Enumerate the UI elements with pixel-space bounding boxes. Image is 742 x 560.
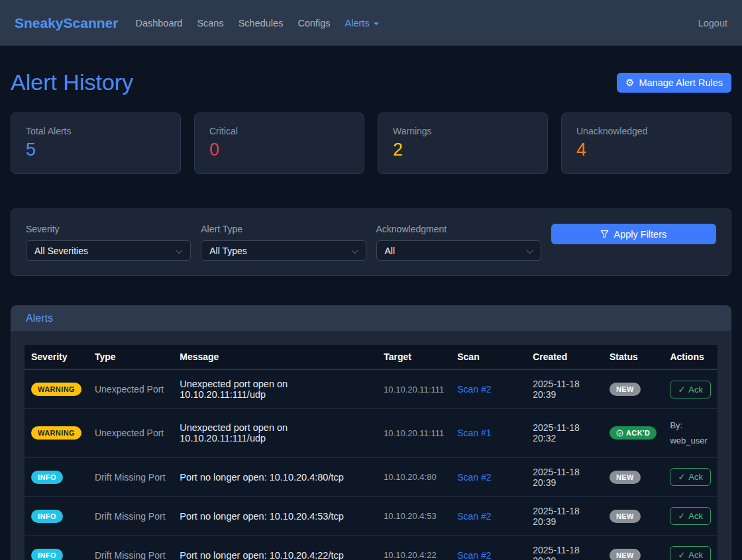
stat-cards: Total Alerts 5 Critical 0 Warnings 2 Una… <box>11 113 731 174</box>
navbar: SneakyScanner Dashboard Scans Schedules … <box>0 0 742 46</box>
ack-button[interactable]: ✓Ack <box>670 546 711 560</box>
alerts-table: Severity Type Message Target Scan Create… <box>25 345 717 560</box>
chevron-down-icon <box>176 248 183 254</box>
status-badge: NEW <box>610 549 641 560</box>
stat-value: 0 <box>209 140 349 160</box>
nav-links: Dashboard Scans Schedules Configs Alerts <box>135 18 698 28</box>
acknowledged-by: By: web_user <box>663 409 717 458</box>
stat-label: Total Alerts <box>26 126 166 136</box>
brand[interactable]: SneakyScanner <box>15 15 118 31</box>
check-icon: ✓ <box>678 550 685 560</box>
alert-message: Unexpected port open on 10.10.20.11:111/… <box>173 369 377 409</box>
alert-created: 2025-11-18 20:32 <box>526 409 603 458</box>
filter-group-alert-type: Alert Type All Types <box>201 224 366 261</box>
check-circle-icon <box>616 430 623 437</box>
nav-item-alerts[interactable]: Alerts <box>345 18 379 28</box>
severity-select[interactable]: All Severities <box>26 240 191 261</box>
stat-label: Warnings <box>393 126 533 136</box>
stat-value: 5 <box>26 140 166 160</box>
column-header-status: Status <box>603 345 663 369</box>
nav-item-schedules[interactable]: Schedules <box>238 18 284 28</box>
check-icon: ✓ <box>678 385 685 395</box>
check-icon: ✓ <box>678 511 685 521</box>
stat-label: Unacknowledged <box>576 126 716 136</box>
ack-button[interactable]: ✓Ack <box>670 468 711 486</box>
stat-label: Critical <box>209 126 349 136</box>
alert-created: 2025-11-18 20:39 <box>526 369 603 409</box>
alert-created: 2025-11-18 20:39 <box>526 496 603 536</box>
alert-type-filter-label: Alert Type <box>201 224 366 234</box>
chevron-down-icon <box>351 248 358 254</box>
logout-link[interactable]: Logout <box>698 18 727 28</box>
stat-card-warnings: Warnings 2 <box>378 113 548 174</box>
alert-message: Port no longer open: 10.10.20.4:22/tcp <box>173 536 377 560</box>
alerts-card-title: Alerts <box>26 312 53 324</box>
alerts-card-body: Severity Type Message Target Scan Create… <box>11 332 731 560</box>
stat-card-total-alerts: Total Alerts 5 <box>11 113 181 174</box>
alert-message: Unexpected port open on 10.10.20.11:111/… <box>173 409 377 458</box>
scan-link[interactable]: Scan #1 <box>457 428 491 438</box>
table-row: WARNING Unexpected Port Unexpected port … <box>25 409 717 458</box>
ack-button[interactable]: ✓Ack <box>670 381 711 398</box>
alert-type: Unexpected Port <box>88 409 173 458</box>
table-row: INFO Drift Missing Port Port no longer o… <box>25 496 717 536</box>
severity-filter-label: Severity <box>26 224 191 234</box>
severity-badge: INFO <box>31 549 63 560</box>
status-badge: NEW <box>610 383 641 396</box>
funnel-icon <box>600 230 609 238</box>
filter-panel: Severity All Severities Alert Type All T… <box>11 209 731 276</box>
nav-item-dashboard[interactable]: Dashboard <box>135 18 182 28</box>
severity-badge: WARNING <box>31 383 81 396</box>
apply-filters-button[interactable]: Apply Filters <box>551 224 716 244</box>
alert-created: 2025-11-18 20:39 <box>526 457 603 496</box>
filter-group-acknowledgment: Acknowledgment All <box>376 224 541 261</box>
stat-card-unacknowledged: Unacknowledged 4 <box>561 113 731 174</box>
alert-type-select[interactable]: All Types <box>201 240 366 261</box>
alert-type: Drift Missing Port <box>88 536 173 560</box>
page-title: Alert History <box>11 70 133 95</box>
column-header-message: Message <box>173 345 377 369</box>
column-header-scan: Scan <box>450 345 526 369</box>
column-header-type: Type <box>88 345 173 369</box>
table-row: WARNING Unexpected Port Unexpected port … <box>25 369 717 409</box>
acknowledgment-select[interactable]: All <box>376 240 541 261</box>
manage-alert-rules-button[interactable]: ⚙ Manage Alert Rules <box>617 73 731 93</box>
alert-target: 10.10.20.11:111 <box>377 409 450 458</box>
column-header-actions: Actions <box>663 345 717 369</box>
alert-message: Port no longer open: 10.10.20.4:80/tcp <box>173 457 377 496</box>
nav-item-scans[interactable]: Scans <box>197 18 223 28</box>
alert-target: 10.10.20.4:22 <box>377 536 450 560</box>
alert-created: 2025-11-18 20:39 <box>526 536 603 560</box>
table-header-row: Severity Type Message Target Scan Create… <box>25 345 717 369</box>
column-header-created: Created <box>526 345 603 369</box>
table-row: INFO Drift Missing Port Port no longer o… <box>25 536 717 560</box>
page-head: Alert History ⚙ Manage Alert Rules <box>11 70 731 95</box>
stat-value: 2 <box>393 140 533 160</box>
alert-target: 10.10.20.4:80 <box>377 457 450 496</box>
nav-item-configs[interactable]: Configs <box>297 18 330 28</box>
gear-icon: ⚙ <box>625 77 634 87</box>
alerts-card: Alerts Severity Type Message Target Scan… <box>11 305 731 560</box>
column-header-severity: Severity <box>25 345 88 369</box>
alert-target: 10.10.20.11:111 <box>377 369 450 409</box>
scan-link[interactable]: Scan #2 <box>457 511 491 522</box>
stat-value: 4 <box>576 140 716 160</box>
filter-group-apply: Apply Filters <box>551 224 716 261</box>
alert-type: Drift Missing Port <box>88 496 173 536</box>
alert-target: 10.10.20.4:53 <box>377 496 450 536</box>
severity-badge: INFO <box>31 471 63 484</box>
alert-message: Port no longer open: 10.10.20.4:53/tcp <box>173 496 377 536</box>
status-badge-acknowledged: ACK'D <box>610 426 657 440</box>
acknowledgment-filter-label: Acknowledgment <box>376 224 541 234</box>
scan-link[interactable]: Scan #2 <box>457 472 491 483</box>
table-row: INFO Drift Missing Port Port no longer o… <box>25 457 717 496</box>
alerts-card-header: Alerts <box>11 306 731 332</box>
alert-type: Unexpected Port <box>88 369 173 409</box>
severity-badge: INFO <box>31 510 63 523</box>
chevron-down-icon <box>526 248 533 254</box>
ack-button[interactable]: ✓Ack <box>670 507 711 525</box>
scan-link[interactable]: Scan #2 <box>457 384 491 395</box>
chevron-down-icon <box>374 23 379 25</box>
check-icon: ✓ <box>678 472 685 482</box>
scan-link[interactable]: Scan #2 <box>457 550 491 560</box>
